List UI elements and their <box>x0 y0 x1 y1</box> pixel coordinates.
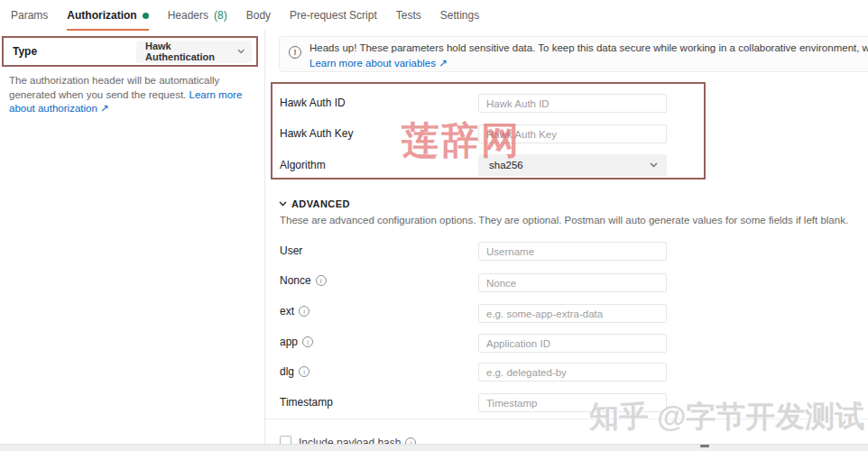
info-icon[interactable]: i <box>299 366 309 377</box>
app-label: appi <box>280 336 313 348</box>
nonce-label: Noncei <box>280 274 327 287</box>
hawk-auth-id-label: Hawk Auth ID <box>280 97 346 109</box>
auth-active-dot-icon <box>143 13 149 19</box>
tab-pre-request-script-label: Pre-request Script <box>290 9 377 22</box>
tab-settings[interactable]: Settings <box>440 0 479 31</box>
tab-params-label: Params <box>11 9 48 22</box>
postman-authorization-panel: { "tabs": [ { "label": "Params" }, { "la… <box>0 0 868 451</box>
tab-body[interactable]: Body <box>246 0 271 31</box>
hawk-auth-key-input[interactable] <box>478 124 667 143</box>
tab-tests[interactable]: Tests <box>396 0 421 31</box>
external-link-icon: ↗ <box>439 58 448 69</box>
panel-divider <box>264 31 265 444</box>
advanced-title: ADVANCED <box>291 198 350 209</box>
nonce-label-text: Nonce <box>280 274 311 287</box>
bottom-edge-strip <box>0 444 868 451</box>
banner-message: Heads up! These parameters hold sensitiv… <box>309 42 868 53</box>
chevron-down-icon <box>279 201 287 207</box>
learn-more-variables-label: Learn more about variables <box>309 58 436 69</box>
app-input[interactable] <box>478 334 667 353</box>
ext-label-text: ext <box>280 305 294 318</box>
timestamp-label: Timestamp <box>280 396 333 409</box>
algorithm-label: Algorithm <box>280 159 326 171</box>
learn-more-variables-link[interactable]: Learn more about variables ↗ <box>309 58 448 69</box>
info-icon[interactable]: i <box>302 336 313 347</box>
timestamp-label-text: Timestamp <box>280 396 333 409</box>
tab-pre-request-script[interactable]: Pre-request Script <box>290 0 377 31</box>
request-tab-bar: Params Authorization Headers (8) Body Pr… <box>0 0 868 31</box>
hawk-auth-id-label-text: Hawk Auth ID <box>280 97 346 109</box>
chevron-down-icon <box>237 49 245 54</box>
tab-authorization[interactable]: Authorization <box>67 0 148 31</box>
user-input[interactable] <box>478 242 667 261</box>
timestamp-input[interactable] <box>478 393 667 412</box>
sensitive-data-banner: ! Heads up! These parameters hold sensit… <box>279 36 868 72</box>
auth-description: The authorization header will be automat… <box>9 74 260 116</box>
user-label-text: User <box>280 244 302 257</box>
info-icon[interactable]: i <box>316 275 327 286</box>
tab-headers[interactable]: Headers (8) <box>168 0 227 31</box>
dlg-label-text: dlg <box>280 365 294 378</box>
advanced-section-toggle[interactable]: ADVANCED <box>279 198 350 209</box>
hawk-auth-key-label: Hawk Auth Key <box>280 127 353 140</box>
tab-body-label: Body <box>246 9 271 22</box>
advanced-description: These are advanced configuration options… <box>280 215 848 226</box>
dlg-label: dlgi <box>280 365 309 378</box>
tab-settings-label: Settings <box>440 9 479 22</box>
hawk-auth-key-label-text: Hawk Auth Key <box>280 127 353 140</box>
algorithm-label-text: Algorithm <box>280 159 326 171</box>
tab-params[interactable]: Params <box>11 0 48 31</box>
headers-count-badge: (8) <box>214 9 227 22</box>
auth-type-label: Type <box>13 45 37 58</box>
info-icon[interactable]: i <box>299 306 309 317</box>
auth-type-dropdown[interactable]: Hawk Authentication <box>136 41 252 63</box>
auth-type-value: Hawk Authentication <box>145 41 237 62</box>
ext-input[interactable] <box>478 304 667 323</box>
algorithm-value: sha256 <box>489 160 523 170</box>
tab-tests-label: Tests <box>396 9 421 22</box>
algorithm-dropdown[interactable]: sha256 <box>478 154 667 176</box>
auth-type-annotation-box: Type Hawk Authentication <box>2 36 258 67</box>
external-link-icon: ↗ <box>100 103 109 114</box>
nonce-input[interactable] <box>478 273 667 292</box>
chevron-down-icon <box>650 162 658 168</box>
ext-label: exti <box>280 305 309 318</box>
tab-headers-label: Headers <box>168 9 208 22</box>
tab-authorization-label: Authorization <box>67 9 136 22</box>
scroll-indicator <box>700 445 709 447</box>
section-separator <box>264 419 868 419</box>
dlg-input[interactable] <box>478 363 667 382</box>
info-circle-icon: ! <box>289 46 301 59</box>
app-label-text: app <box>280 336 298 348</box>
user-label: User <box>280 244 302 257</box>
hawk-auth-id-input[interactable] <box>478 94 667 113</box>
